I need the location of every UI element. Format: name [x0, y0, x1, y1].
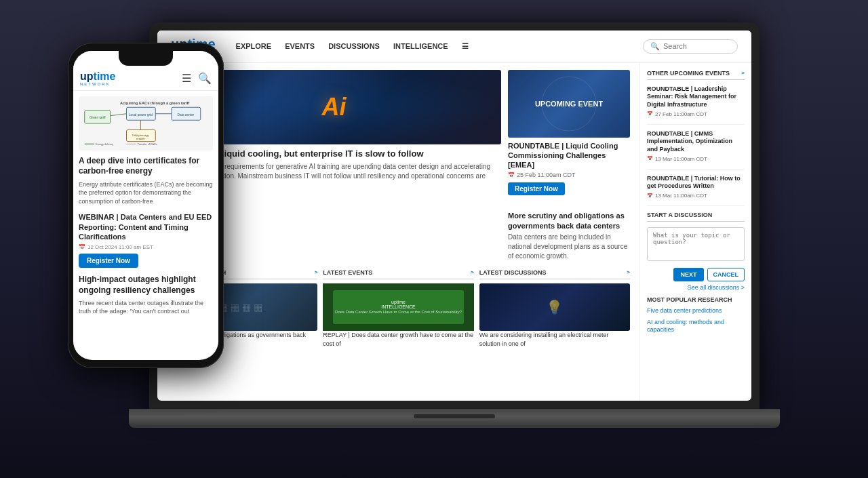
- ai-label: Ai: [322, 93, 347, 121]
- phone-article1-desc: Energy attribute certificates (EACs) are…: [79, 180, 213, 206]
- hamburger-icon[interactable]: ☰: [182, 72, 191, 85]
- svg-text:Acquiring EACs through a green: Acquiring EACs through a green tariff: [120, 100, 189, 104]
- next-button[interactable]: NEXT: [673, 268, 703, 281]
- sidebar-event-2: ROUNDTABLE | CMMS Implementation, Optimi…: [647, 130, 745, 162]
- svg-text:Data center: Data center: [178, 113, 195, 116]
- upcoming-event-image: UPCOMING EVENT: [508, 70, 630, 138]
- phone-article1-title: A deep dive into certificates for carbon…: [79, 156, 213, 177]
- calendar-icon: 📅: [79, 244, 85, 250]
- nav-events[interactable]: EVENTS: [285, 42, 315, 50]
- phone-diagram: Acquiring EACs through a green tariff Gr…: [79, 96, 213, 151]
- nav-intelligence[interactable]: INTELLIGENCE: [393, 42, 448, 50]
- latest-discussions-image: 💡: [479, 283, 630, 331]
- latest-events-col: LATEST EVENTS > uptimeINTELLIGENCEDoes D…: [323, 269, 473, 348]
- sidebar-event1-date: 📅 27 Feb 11:00am CDT: [647, 111, 745, 117]
- phone-logo-time: time: [94, 71, 116, 82]
- event-card: UPCOMING EVENT ROUNDTABLE | Liquid Cooli…: [508, 70, 630, 261]
- nav-discussions[interactable]: DISCUSSIONS: [328, 42, 380, 50]
- search-input[interactable]: [663, 42, 730, 50]
- site-nav: uptime NETWORK EXPLORE EVENTS DISCUSSION…: [157, 31, 751, 63]
- site-content: Ai AI embraces liquid cooling, but enter…: [157, 63, 751, 401]
- latest-research-link[interactable]: >: [315, 269, 318, 275]
- divider-1: [647, 124, 745, 125]
- eac-diagram: Acquiring EACs through a green tariff Gr…: [81, 96, 210, 151]
- phone-nav-icons: ☰ 🔍: [182, 72, 212, 85]
- see-all-discussions-link[interactable]: See all discussions >: [647, 284, 745, 291]
- sidebar-event3-date: 📅 13 Mar 11:00am CDT: [647, 193, 745, 199]
- phone-logo-text: uptime: [80, 71, 115, 82]
- latest-events-label: LATEST EVENTS: [323, 269, 372, 276]
- phone-logo-network: NETWORK: [80, 82, 115, 86]
- svg-text:retailer: retailer: [136, 136, 146, 140]
- sidebar-event2-date: 📅 13 Mar 11:00am CDT: [647, 156, 745, 162]
- popular-item-2[interactable]: AI and cooling: methods and capacities: [647, 319, 745, 334]
- popular-item-1[interactable]: Five data center predictions: [647, 307, 745, 315]
- nav-explore[interactable]: EXPLORE: [236, 42, 272, 50]
- svg-text:Transfer of EACs: Transfer of EACs: [138, 143, 157, 146]
- search-icon: 🔍: [650, 42, 660, 51]
- divider-3: [647, 205, 745, 206]
- laptop-screen-outer: uptime NETWORK EXPLORE EVENTS DISCUSSION…: [149, 22, 760, 409]
- main-nav: EXPLORE EVENTS DISCUSSIONS INTELLIGENCE …: [236, 42, 643, 51]
- latest-discussions-label: LATEST DISCUSSIONS: [479, 269, 547, 276]
- svg-text:Green tariff: Green tariff: [90, 116, 106, 119]
- laptop: uptime NETWORK ☰ 🔍 Acquiring EACs throug…: [149, 22, 760, 456]
- search-bar[interactable]: 🔍: [643, 39, 738, 54]
- sidebar-event-1: ROUNDTABLE | Leadership Seminar: Risk Ma…: [647, 85, 745, 117]
- latest-events-image: uptimeINTELLIGENCEDoes Data Center Growt…: [323, 283, 473, 331]
- event-title: ROUNDTABLE | Liquid Cooling Commissionin…: [508, 141, 630, 170]
- event-more-title: More scrutiny and obligations as governm…: [508, 211, 630, 231]
- phone-register-button[interactable]: Register Now: [79, 254, 138, 268]
- laptop-screen-inner: uptime NETWORK EXPLORE EVENTS DISCUSSION…: [157, 31, 751, 401]
- latest-events-header: LATEST EVENTS >: [323, 269, 473, 279]
- sidebar-discussion-title: START A DISCUSSION: [647, 212, 745, 222]
- register-now-button[interactable]: Register Now: [508, 182, 565, 195]
- cancel-button[interactable]: CANCEL: [707, 268, 745, 281]
- upcoming-event-label: UPCOMING EVENT: [531, 96, 607, 112]
- cal-icon-2: 📅: [647, 156, 653, 161]
- event-date: 📅 25 Feb 11:00am CDT: [508, 172, 630, 178]
- sidebar-events-title: OTHER UPCOMING EVENTS >: [647, 70, 745, 80]
- phone-logo: uptime NETWORK: [80, 71, 115, 86]
- latest-discussions-col: LATEST DISCUSSIONS > 💡 We are considerin…: [479, 269, 630, 348]
- sidebar: OTHER UPCOMING EVENTS > ROUNDTABLE | Lea…: [639, 63, 751, 401]
- latest-discussions-text: We are considering installing an electri…: [479, 331, 630, 348]
- main-content: Ai AI embraces liquid cooling, but enter…: [157, 63, 639, 401]
- sections-row: LATEST RESEARCH > More scrutiny and obli…: [167, 269, 630, 348]
- sidebar-events-link[interactable]: >: [741, 70, 745, 77]
- phone-screen: uptime NETWORK ☰ 🔍 Acquiring EACs throug…: [73, 51, 218, 360]
- phone-article3-title: High-impact outages highlight ongoing re…: [79, 275, 213, 296]
- latest-events-link[interactable]: >: [471, 269, 474, 275]
- discussion-buttons: NEXT CANCEL: [647, 268, 745, 281]
- phone-notch: [119, 51, 173, 66]
- sidebar-event2-title: ROUNDTABLE | CMMS Implementation, Optimi…: [647, 130, 745, 154]
- phone-article2-date: 📅 12 Oct 2024 11:00 am EST: [79, 244, 213, 250]
- sidebar-event-3: ROUNDTABLE | Tutorial: How to get Proced…: [647, 175, 745, 199]
- nav-hamburger-icon[interactable]: ☰: [462, 42, 469, 51]
- svg-text:Local power grid: Local power grid: [129, 113, 153, 116]
- phone-logo-up: up: [80, 71, 94, 82]
- popular-research-title: MOST POPULAR RESEARCH: [647, 296, 745, 303]
- phone-device: uptime NETWORK ☰ 🔍 Acquiring EACs throug…: [68, 43, 224, 368]
- latest-events-text: REPLAY | Does data center growth have to…: [323, 331, 473, 348]
- latest-discussions-header: LATEST DISCUSSIONS >: [479, 269, 630, 279]
- laptop-base: [129, 409, 780, 428]
- discussion-textarea[interactable]: [647, 227, 745, 261]
- phone-article3-desc: Three recent data center outages illustr…: [79, 299, 213, 316]
- cal-icon-1: 📅: [647, 111, 653, 117]
- event-more-desc: Data centers are being included in natio…: [508, 233, 630, 261]
- divider-2: [647, 169, 745, 170]
- phone-content: Acquiring EACs through a green tariff Gr…: [73, 91, 218, 356]
- featured-row: Ai AI embraces liquid cooling, but enter…: [167, 70, 630, 261]
- sidebar-event3-title: ROUNDTABLE | Tutorial: How to get Proced…: [647, 175, 745, 191]
- search-icon[interactable]: 🔍: [198, 72, 212, 85]
- phone-article2-title: WEBINAR | Data Centers and EU EED Report…: [79, 212, 213, 241]
- latest-discussions-link[interactable]: >: [627, 269, 630, 275]
- svg-text:Energy delivery: Energy delivery: [96, 143, 113, 146]
- cal-icon-3: 📅: [647, 193, 653, 199]
- sidebar-event1-title: ROUNDTABLE | Leadership Seminar: Risk Ma…: [647, 85, 745, 109]
- calendar-icon: 📅: [508, 172, 515, 178]
